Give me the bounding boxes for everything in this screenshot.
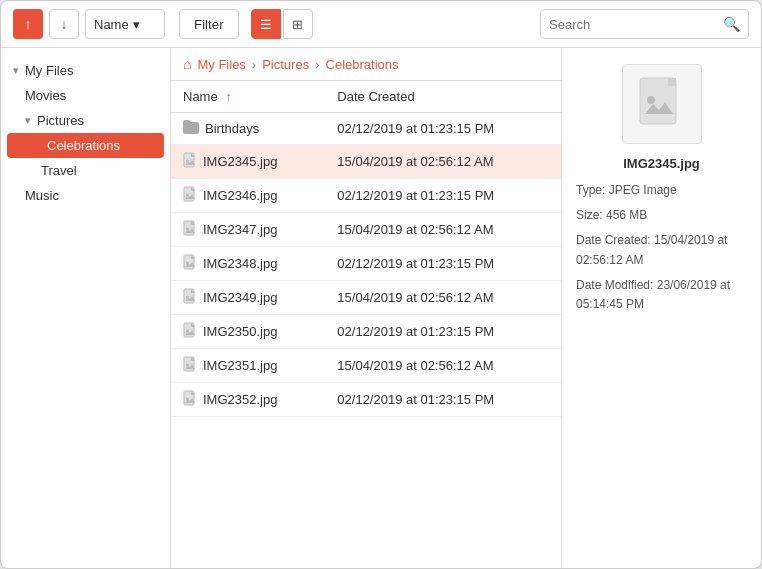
file-name: IMG2349.jpg [203, 290, 277, 305]
sidebar-item-music[interactable]: Music [1, 183, 170, 208]
file-name: IMG2347.jpg [203, 222, 277, 237]
file-name-cell: IMG2345.jpg [171, 145, 325, 179]
svg-point-18 [647, 96, 655, 104]
file-date: 02/12/2019 at 01:23:15 PM [325, 247, 561, 281]
file-name: IMG2348.jpg [203, 256, 277, 271]
detail-panel: IMG2345.jpg Type: JPEG Image Size: 456 M… [561, 48, 761, 568]
sort-up-button[interactable]: ↑ [13, 9, 43, 39]
svg-rect-17 [668, 78, 676, 86]
table-row[interactable]: IMG2351.jpg 15/04/2019 at 02:56:12 AM [171, 349, 561, 383]
sidebar-item-label: My Files [25, 63, 73, 78]
file-date: 15/04/2019 at 02:56:12 AM [325, 281, 561, 315]
file-name-cell: IMG2351.jpg [171, 349, 325, 383]
sidebar-item-label: Celebrations [47, 138, 120, 153]
file-name: IMG2352.jpg [203, 392, 277, 407]
detail-preview [576, 64, 747, 144]
file-name-cell: IMG2349.jpg [171, 281, 325, 315]
breadcrumb-pictures[interactable]: Pictures [262, 57, 309, 72]
sort-name-select[interactable]: Name ▾ [85, 9, 165, 39]
sidebar-item-label: Movies [25, 88, 66, 103]
col-date-header[interactable]: Date Created [325, 81, 561, 113]
file-name-cell: IMG2350.jpg [171, 315, 325, 349]
table-row[interactable]: IMG2346.jpg 02/12/2019 at 01:23:15 PM [171, 179, 561, 213]
app-window: ↑ ↓ Name ▾ Filter ☰ ⊞ 🔍 ▾ My Files Movie [0, 0, 762, 569]
search-bar: 🔍 [540, 9, 749, 39]
file-name-cell: IMG2346.jpg [171, 179, 325, 213]
main-area: ▾ My Files Movies ▾ Pictures Celebration… [1, 48, 761, 568]
search-input[interactable] [549, 17, 717, 32]
sidebar: ▾ My Files Movies ▾ Pictures Celebration… [1, 48, 171, 568]
sidebar-item-label: Music [25, 188, 59, 203]
file-area: ⌂ My Files › Pictures › Celebrations Nam… [171, 48, 561, 568]
sort-arrow-icon: ↑ [225, 89, 232, 104]
image-file-icon [183, 288, 197, 307]
filter-button[interactable]: Filter [179, 9, 239, 39]
preview-box [622, 64, 702, 144]
breadcrumb: ⌂ My Files › Pictures › Celebrations [171, 48, 561, 81]
expand-icon: ▾ [25, 114, 31, 127]
detail-meta: Type: JPEG Image Size: 456 MB Date Creat… [576, 181, 747, 314]
list-view-button[interactable]: ☰ [251, 9, 281, 39]
breadcrumb-celebrations[interactable]: Celebrations [326, 57, 399, 72]
detail-date-created: Date Created: 15/04/2019 at 02:56:12 AM [576, 231, 747, 269]
sort-down-button[interactable]: ↓ [49, 9, 79, 39]
file-date: 15/04/2019 at 02:56:12 AM [325, 349, 561, 383]
image-file-icon [183, 220, 197, 239]
sidebar-item-pictures[interactable]: ▾ Pictures [1, 108, 170, 133]
breadcrumb-sep-1: › [252, 57, 256, 72]
detail-filename: IMG2345.jpg [576, 156, 747, 171]
file-table-wrapper: Name ↑ Date Created Birthdays [171, 81, 561, 568]
image-file-icon [183, 254, 197, 273]
file-name-cell: IMG2348.jpg [171, 247, 325, 281]
file-name: Birthdays [205, 121, 259, 136]
image-file-icon [183, 186, 197, 205]
file-table: Name ↑ Date Created Birthdays [171, 81, 561, 417]
image-file-icon [183, 356, 197, 375]
detail-date-modified: Date Modified: 23/06/2019 at 05:14:45 PM [576, 276, 747, 314]
breadcrumb-my-files[interactable]: My Files [197, 57, 245, 72]
sidebar-item-my-files[interactable]: ▾ My Files [1, 58, 170, 83]
table-row[interactable]: IMG2348.jpg 02/12/2019 at 01:23:15 PM [171, 247, 561, 281]
file-date: 15/04/2019 at 02:56:12 AM [325, 213, 561, 247]
sidebar-item-travel[interactable]: Travel [1, 158, 170, 183]
file-name: IMG2350.jpg [203, 324, 277, 339]
sidebar-item-label: Travel [41, 163, 77, 178]
home-icon: ⌂ [183, 56, 191, 72]
image-file-icon [183, 390, 197, 409]
detail-size: Size: 456 MB [576, 206, 747, 225]
file-date: 02/12/2019 at 01:23:15 PM [325, 315, 561, 349]
view-toggle: ☰ ⊞ [251, 9, 313, 39]
breadcrumb-sep-2: › [315, 57, 319, 72]
file-date: 02/12/2019 at 01:23:15 PM [325, 383, 561, 417]
grid-view-button[interactable]: ⊞ [283, 9, 313, 39]
sidebar-item-movies[interactable]: Movies [1, 83, 170, 108]
chevron-down-icon: ▾ [133, 17, 156, 32]
table-row[interactable]: Birthdays 02/12/2019 at 01:23:15 PM [171, 113, 561, 145]
file-name-cell: IMG2347.jpg [171, 213, 325, 247]
table-row[interactable]: IMG2345.jpg 15/04/2019 at 02:56:12 AM [171, 145, 561, 179]
file-name: IMG2351.jpg [203, 358, 277, 373]
file-date: 15/04/2019 at 02:56:12 AM [325, 145, 561, 179]
search-icon: 🔍 [723, 16, 740, 32]
file-name-cell: Birthdays [171, 113, 325, 145]
sidebar-item-celebrations[interactable]: Celebrations [7, 133, 164, 158]
file-date: 02/12/2019 at 01:23:15 PM [325, 113, 561, 145]
file-date: 02/12/2019 at 01:23:15 PM [325, 179, 561, 213]
folder-icon [183, 120, 199, 137]
file-name: IMG2345.jpg [203, 154, 277, 169]
image-file-icon [183, 322, 197, 341]
table-row[interactable]: IMG2347.jpg 15/04/2019 at 02:56:12 AM [171, 213, 561, 247]
toolbar: ↑ ↓ Name ▾ Filter ☰ ⊞ 🔍 [1, 1, 761, 48]
file-preview-icon [637, 76, 687, 132]
sidebar-item-label: Pictures [37, 113, 84, 128]
table-row[interactable]: IMG2349.jpg 15/04/2019 at 02:56:12 AM [171, 281, 561, 315]
sort-name-label: Name [94, 17, 129, 32]
col-name-header[interactable]: Name ↑ [171, 81, 325, 113]
file-name: IMG2346.jpg [203, 188, 277, 203]
expand-icon: ▾ [13, 64, 19, 77]
image-file-icon [183, 152, 197, 171]
table-row[interactable]: IMG2350.jpg 02/12/2019 at 01:23:15 PM [171, 315, 561, 349]
file-name-cell: IMG2352.jpg [171, 383, 325, 417]
detail-type: Type: JPEG Image [576, 181, 747, 200]
table-row[interactable]: IMG2352.jpg 02/12/2019 at 01:23:15 PM [171, 383, 561, 417]
